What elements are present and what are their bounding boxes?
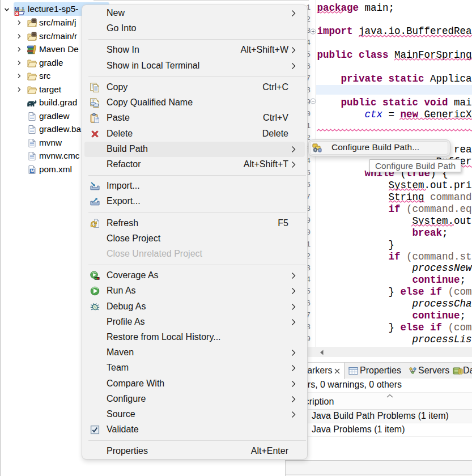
svg-text:M: M — [31, 168, 34, 173]
svg-text:M: M — [14, 6, 19, 12]
